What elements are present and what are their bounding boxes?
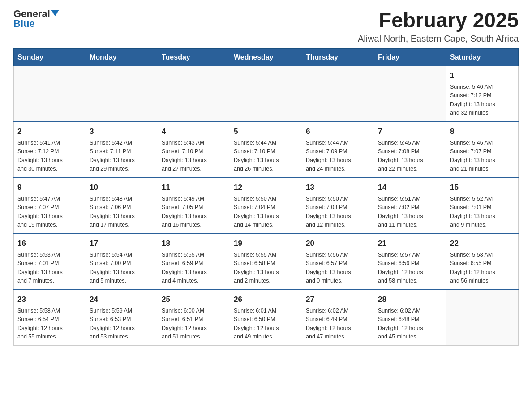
page-subtitle: Aliwal North, Eastern Cape, South Africa (358, 34, 519, 44)
day-info: Sunrise: 5:50 AMSunset: 7:04 PMDaylight:… (234, 195, 298, 230)
day-number: 9 (17, 182, 82, 193)
day-number: 6 (306, 126, 370, 137)
weekday-header-thursday: Thursday (302, 48, 374, 66)
calendar-cell (14, 66, 86, 122)
day-number: 5 (234, 126, 298, 137)
day-number: 26 (234, 294, 298, 305)
weekday-header-wednesday: Wednesday (230, 48, 302, 66)
day-info: Sunrise: 5:58 AMSunset: 6:55 PMDaylight:… (450, 251, 515, 286)
day-number: 7 (378, 126, 442, 137)
logo: General Blue (13, 9, 59, 29)
page-header: General Blue February 2025 Aliwal North,… (13, 9, 519, 44)
day-number: 15 (450, 182, 515, 193)
calendar-week-row: 2Sunrise: 5:41 AMSunset: 7:12 PMDaylight… (14, 122, 519, 178)
calendar-cell (230, 66, 302, 122)
day-info: Sunrise: 5:44 AMSunset: 7:09 PMDaylight:… (306, 139, 370, 174)
calendar-cell: 4Sunrise: 5:43 AMSunset: 7:10 PMDaylight… (158, 122, 230, 178)
day-info: Sunrise: 6:02 AMSunset: 6:49 PMDaylight:… (306, 307, 370, 342)
weekday-header-monday: Monday (86, 48, 158, 66)
weekday-header-friday: Friday (374, 48, 446, 66)
day-info: Sunrise: 5:50 AMSunset: 7:03 PMDaylight:… (306, 195, 370, 230)
weekday-header-saturday: Saturday (446, 48, 519, 66)
day-info: Sunrise: 6:01 AMSunset: 6:50 PMDaylight:… (234, 307, 298, 342)
calendar-cell (374, 66, 446, 122)
day-info: Sunrise: 5:45 AMSunset: 7:08 PMDaylight:… (378, 139, 442, 174)
calendar-cell (446, 290, 519, 346)
calendar-cell: 24Sunrise: 5:59 AMSunset: 6:53 PMDayligh… (86, 290, 158, 346)
day-number: 10 (90, 182, 154, 193)
calendar-week-row: 1Sunrise: 5:40 AMSunset: 7:12 PMDaylight… (14, 66, 519, 122)
calendar-cell: 20Sunrise: 5:56 AMSunset: 6:57 PMDayligh… (302, 234, 374, 290)
day-number: 18 (162, 238, 226, 249)
weekday-header-sunday: Sunday (14, 48, 86, 66)
day-info: Sunrise: 5:56 AMSunset: 6:57 PMDaylight:… (306, 251, 370, 286)
day-info: Sunrise: 5:58 AMSunset: 6:54 PMDaylight:… (17, 307, 82, 342)
day-info: Sunrise: 5:51 AMSunset: 7:02 PMDaylight:… (378, 195, 442, 230)
day-number: 11 (162, 182, 226, 193)
day-number: 24 (90, 294, 154, 305)
day-info: Sunrise: 5:40 AMSunset: 7:12 PMDaylight:… (450, 83, 515, 118)
logo-blue-text: Blue (13, 19, 35, 29)
day-number: 16 (17, 238, 82, 249)
day-number: 14 (378, 182, 442, 193)
calendar-week-row: 9Sunrise: 5:47 AMSunset: 7:07 PMDaylight… (14, 178, 519, 234)
day-info: Sunrise: 5:54 AMSunset: 7:00 PMDaylight:… (90, 251, 154, 286)
day-number: 1 (450, 70, 515, 81)
day-number: 28 (378, 294, 442, 305)
day-info: Sunrise: 5:48 AMSunset: 7:06 PMDaylight:… (90, 195, 154, 230)
day-number: 3 (90, 126, 154, 137)
calendar-cell (158, 66, 230, 122)
calendar-cell: 6Sunrise: 5:44 AMSunset: 7:09 PMDaylight… (302, 122, 374, 178)
day-number: 17 (90, 238, 154, 249)
page-title: February 2025 (358, 9, 519, 32)
calendar-cell: 25Sunrise: 6:00 AMSunset: 6:51 PMDayligh… (158, 290, 230, 346)
day-info: Sunrise: 5:43 AMSunset: 7:10 PMDaylight:… (162, 139, 226, 174)
calendar-cell: 27Sunrise: 6:02 AMSunset: 6:49 PMDayligh… (302, 290, 374, 346)
calendar-cell: 14Sunrise: 5:51 AMSunset: 7:02 PMDayligh… (374, 178, 446, 234)
day-number: 13 (306, 182, 370, 193)
day-number: 27 (306, 294, 370, 305)
calendar-cell: 12Sunrise: 5:50 AMSunset: 7:04 PMDayligh… (230, 178, 302, 234)
calendar-cell: 19Sunrise: 5:55 AMSunset: 6:58 PMDayligh… (230, 234, 302, 290)
day-info: Sunrise: 5:57 AMSunset: 6:56 PMDaylight:… (378, 251, 442, 286)
calendar-cell: 8Sunrise: 5:46 AMSunset: 7:07 PMDaylight… (446, 122, 519, 178)
day-info: Sunrise: 5:53 AMSunset: 7:01 PMDaylight:… (17, 251, 82, 286)
day-info: Sunrise: 5:49 AMSunset: 7:05 PMDaylight:… (162, 195, 226, 230)
day-info: Sunrise: 5:52 AMSunset: 7:01 PMDaylight:… (450, 195, 515, 230)
title-block: February 2025 Aliwal North, Eastern Cape… (358, 9, 519, 44)
calendar-cell: 5Sunrise: 5:44 AMSunset: 7:10 PMDaylight… (230, 122, 302, 178)
day-info: Sunrise: 5:55 AMSunset: 6:58 PMDaylight:… (234, 251, 298, 286)
calendar-header-row: SundayMondayTuesdayWednesdayThursdayFrid… (14, 48, 519, 66)
logo-triangle-icon (51, 10, 59, 16)
calendar-cell: 3Sunrise: 5:42 AMSunset: 7:11 PMDaylight… (86, 122, 158, 178)
calendar-cell: 7Sunrise: 5:45 AMSunset: 7:08 PMDaylight… (374, 122, 446, 178)
calendar-cell (302, 66, 374, 122)
calendar-week-row: 23Sunrise: 5:58 AMSunset: 6:54 PMDayligh… (14, 290, 519, 346)
day-info: Sunrise: 5:59 AMSunset: 6:53 PMDaylight:… (90, 307, 154, 342)
day-number: 22 (450, 238, 515, 249)
day-number: 19 (234, 238, 298, 249)
calendar-cell: 21Sunrise: 5:57 AMSunset: 6:56 PMDayligh… (374, 234, 446, 290)
calendar-table: SundayMondayTuesdayWednesdayThursdayFrid… (13, 48, 519, 346)
day-info: Sunrise: 5:42 AMSunset: 7:11 PMDaylight:… (90, 139, 154, 174)
logo-general-text: General (13, 9, 50, 19)
calendar-cell: 2Sunrise: 5:41 AMSunset: 7:12 PMDaylight… (14, 122, 86, 178)
day-number: 21 (378, 238, 442, 249)
calendar-cell: 15Sunrise: 5:52 AMSunset: 7:01 PMDayligh… (446, 178, 519, 234)
calendar-cell: 13Sunrise: 5:50 AMSunset: 7:03 PMDayligh… (302, 178, 374, 234)
calendar-cell: 1Sunrise: 5:40 AMSunset: 7:12 PMDaylight… (446, 66, 519, 122)
calendar-cell: 22Sunrise: 5:58 AMSunset: 6:55 PMDayligh… (446, 234, 519, 290)
day-number: 12 (234, 182, 298, 193)
day-info: Sunrise: 5:55 AMSunset: 6:59 PMDaylight:… (162, 251, 226, 286)
day-number: 25 (162, 294, 226, 305)
day-info: Sunrise: 5:41 AMSunset: 7:12 PMDaylight:… (17, 139, 82, 174)
calendar-cell: 16Sunrise: 5:53 AMSunset: 7:01 PMDayligh… (14, 234, 86, 290)
day-info: Sunrise: 6:02 AMSunset: 6:48 PMDaylight:… (378, 307, 442, 342)
calendar-cell: 10Sunrise: 5:48 AMSunset: 7:06 PMDayligh… (86, 178, 158, 234)
day-info: Sunrise: 5:46 AMSunset: 7:07 PMDaylight:… (450, 139, 515, 174)
calendar-cell: 28Sunrise: 6:02 AMSunset: 6:48 PMDayligh… (374, 290, 446, 346)
day-number: 8 (450, 126, 515, 137)
calendar-cell: 23Sunrise: 5:58 AMSunset: 6:54 PMDayligh… (14, 290, 86, 346)
calendar-cell: 17Sunrise: 5:54 AMSunset: 7:00 PMDayligh… (86, 234, 158, 290)
calendar-cell: 9Sunrise: 5:47 AMSunset: 7:07 PMDaylight… (14, 178, 86, 234)
